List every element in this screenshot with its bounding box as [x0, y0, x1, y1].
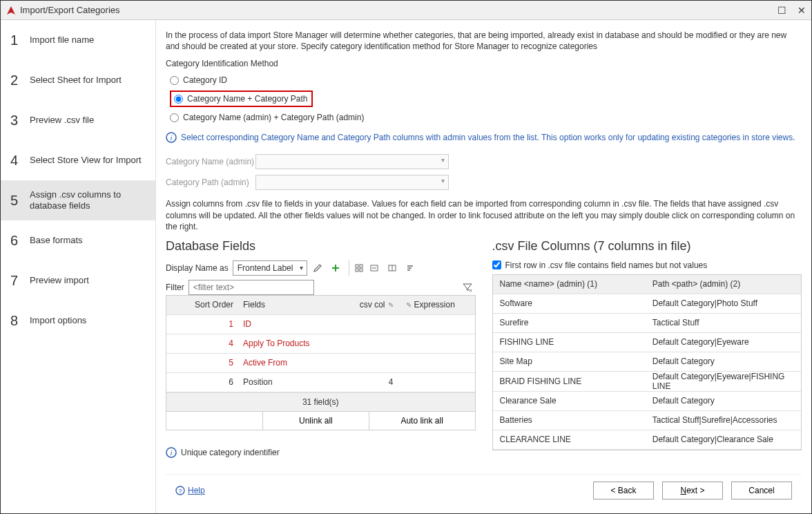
svg-rect-5	[360, 269, 362, 272]
table-row[interactable]: FISHING LINEDefault Category|Eyeware	[493, 333, 802, 352]
col-expr[interactable]: Expression	[414, 300, 455, 310]
grid-footer: 31 field(s)	[166, 392, 475, 411]
toolbar-icon-1[interactable]	[349, 260, 364, 276]
intro-text: In the process of data import Store Mana…	[166, 30, 802, 52]
help-link[interactable]: ? Help	[175, 486, 205, 495]
sort-icon[interactable]	[403, 260, 418, 276]
admin-path-combo[interactable]	[255, 175, 449, 190]
table-row[interactable]: 1ID	[166, 315, 475, 334]
titlebar: Import/Export Categories ☐ ✕	[1, 1, 811, 20]
table-row[interactable]: 5Active From	[166, 354, 475, 373]
next-button[interactable]: Next >	[662, 482, 723, 499]
table-row[interactable]: Site MapDefault Category	[493, 352, 802, 372]
info-icon: i	[166, 132, 177, 143]
csv-col-path[interactable]: Path <path> (admin) (2)	[648, 279, 801, 289]
maximize-button[interactable]: ☐	[777, 5, 786, 16]
window-title: Import/Export Categories	[20, 5, 777, 15]
first-row-checkbox[interactable]	[492, 260, 501, 269]
display-name-label: Display Name as	[166, 263, 229, 273]
svg-rect-3	[360, 265, 362, 267]
radio-input-admin[interactable]	[170, 113, 179, 122]
first-row-label: First row in .csv file contains field na…	[505, 260, 708, 270]
admin-name-label: Category Name (admin)	[166, 157, 255, 166]
step-5[interactable]: 5Assign .csv columns to database fields	[1, 180, 155, 220]
csv-grid[interactable]: Name <name> (admin) (1) Path <path> (adm…	[492, 274, 802, 450]
radio-name-path[interactable]: Category Name + Category Path	[166, 88, 802, 110]
table-row[interactable]: CLEARANCE LINEDefault Category|Clearance…	[493, 430, 802, 450]
filter-icon[interactable]	[462, 282, 473, 293]
table-row[interactable]: BRAID FISHING LINEDefault Category|Eyewa…	[493, 372, 802, 392]
step-7[interactable]: 7Preview import	[1, 260, 155, 301]
back-button[interactable]: < Back	[593, 482, 654, 499]
radio-input-name-path[interactable]	[174, 95, 183, 104]
radio-label-admin: Category Name (admin) + Category Path (a…	[183, 113, 364, 122]
help-icon: ?	[175, 486, 185, 495]
identification-label: Category Identification Method	[166, 59, 802, 68]
table-row[interactable]: SurefireTactical Stuff	[493, 314, 802, 333]
step-1[interactable]: 1Import file name	[1, 20, 155, 60]
table-row[interactable]: Clearance SaleDefault Category	[493, 392, 802, 411]
info-icon: i	[166, 447, 177, 458]
unique-info: i Unique category indentifier	[166, 447, 476, 458]
csv-title: .csv File Columns (7 columns in file)	[492, 239, 802, 254]
steps-sidebar: 1Import file name2Select Sheet for Impor…	[1, 20, 156, 513]
radio-category-id[interactable]: Category ID	[166, 73, 802, 88]
svg-text:i: i	[170, 133, 172, 142]
radio-admin[interactable]: Category Name (admin) + Category Path (a…	[166, 110, 802, 125]
step-3[interactable]: 3Preview .csv file	[1, 100, 155, 140]
col-csv[interactable]: csv col	[360, 300, 385, 310]
admin-path-label: Category Path (admin)	[166, 178, 255, 187]
edit-icon[interactable]	[310, 260, 325, 276]
display-name-select[interactable]: Frontend Label	[233, 260, 308, 276]
csv-col-name[interactable]: Name <name> (admin) (1)	[493, 279, 648, 289]
toolbar-icon-2[interactable]	[367, 260, 382, 276]
svg-text:i: i	[170, 448, 172, 457]
db-fields-title: Database Fields	[166, 239, 476, 254]
radio-input-id[interactable]	[170, 76, 179, 85]
close-button[interactable]: ✕	[798, 5, 806, 16]
radio-label-id: Category ID	[183, 75, 227, 85]
unlink-all-button[interactable]: Unlink all	[263, 412, 369, 430]
svg-rect-2	[356, 265, 358, 267]
filter-label: Filter	[166, 283, 184, 292]
col-fields[interactable]: Fields	[239, 300, 351, 310]
radio-label-name-path: Category Name + Category Path	[187, 94, 307, 104]
autolink-all-button[interactable]: Auto link all	[369, 412, 475, 430]
toolbar-icon-3[interactable]	[385, 260, 400, 276]
svg-rect-4	[356, 269, 358, 272]
assign-text: Assign columns from .csv file to fields …	[166, 198, 802, 232]
table-row[interactable]: SoftwareDefault Category|Photo Stuff	[493, 294, 802, 314]
cancel-button[interactable]: Cancel	[731, 482, 792, 499]
table-row[interactable]: BatteriesTactical Stuff|Surefire|Accesso…	[493, 411, 802, 430]
db-fields-grid[interactable]: Sort Order Fields csv col✎ ✎Expression 1…	[166, 295, 476, 412]
add-icon[interactable]	[328, 260, 343, 276]
table-row[interactable]: 6Position4	[166, 373, 475, 392]
info-row: i Select corresponding Category Name and…	[166, 132, 802, 143]
app-icon	[6, 6, 16, 15]
step-4[interactable]: 4Select Store View for Import	[1, 140, 155, 180]
admin-name-combo[interactable]	[255, 154, 449, 169]
step-2[interactable]: 2Select Sheet for Import	[1, 60, 155, 100]
table-row[interactable]: 4Apply To Products	[166, 334, 475, 354]
step-8[interactable]: 8Import options	[1, 301, 155, 341]
info-text: Select corresponding Category Name and C…	[181, 133, 795, 142]
col-sort[interactable]: Sort Order	[191, 300, 239, 310]
filter-input[interactable]	[188, 280, 314, 295]
svg-text:?: ?	[178, 488, 182, 495]
step-6[interactable]: 6Base formats	[1, 220, 155, 260]
